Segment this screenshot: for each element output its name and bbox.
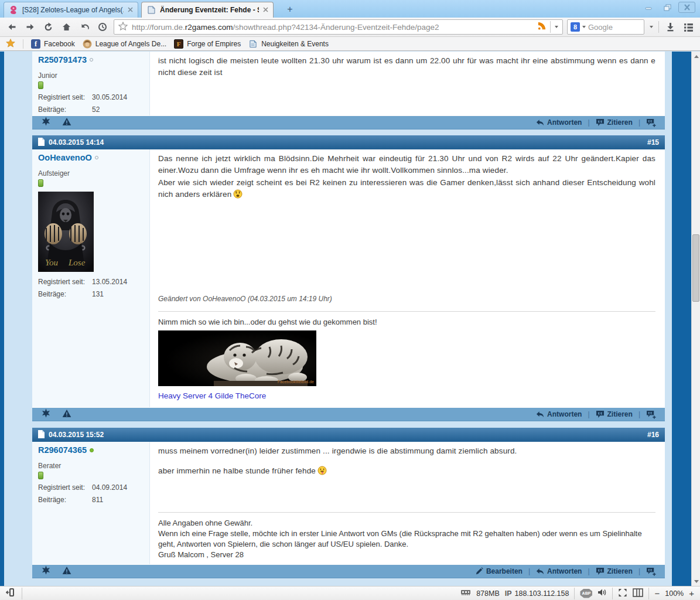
edit-button[interactable]: Bearbeiten <box>475 567 523 575</box>
svg-text:You: You <box>45 258 58 267</box>
bookmark-neuigkeiten-events[interactable]: Neuigkeiten & Events <box>248 39 329 49</box>
history-clock-icon[interactable] <box>95 20 110 34</box>
zoom-out-button[interactable]: − <box>654 588 660 598</box>
bookmarks-separator <box>23 39 23 49</box>
offline-indicator-icon <box>90 58 93 62</box>
fullscreen-icon[interactable] <box>618 588 627 599</box>
signature-text: Nimm mich so wie ich bin...oder du gehst… <box>158 318 655 326</box>
close-button[interactable] <box>678 2 695 13</box>
online-indicator-icon <box>90 448 94 452</box>
quote-button[interactable]: Zitieren <box>596 118 633 127</box>
undo-icon[interactable] <box>77 20 91 34</box>
minimize-button[interactable] <box>640 2 657 13</box>
tab-close-icon[interactable] <box>128 6 133 14</box>
page-viewport: R250791473 Junior Registriert seit:30.05… <box>0 52 700 586</box>
signature-link[interactable]: Heavy Server 4 Gilde TheCore <box>158 391 266 400</box>
tab-close-icon[interactable] <box>263 6 268 14</box>
statusbar-separator <box>574 588 575 599</box>
multi-quote-icon[interactable] <box>646 118 657 127</box>
urlbar-dropdown-icon[interactable] <box>555 26 558 28</box>
post-message: muss meinem vorredner(in) leider zustimm… <box>158 445 655 457</box>
panels-layout-icon[interactable] <box>633 588 643 599</box>
quote-button[interactable]: Zitieren <box>596 410 633 418</box>
bookmark-forge-of-empires[interactable]: F Forge of Empires <box>174 39 241 49</box>
status-bar: 878MB IP 188.103.112.158 ABP − 100% + <box>0 586 700 600</box>
thread-tools-star-icon[interactable] <box>42 117 50 128</box>
bookmarks-menu-icon[interactable] <box>681 20 695 34</box>
ip-label: IP <box>505 589 512 598</box>
multi-quote-icon[interactable] <box>646 567 657 576</box>
quote-button[interactable]: Zitieren <box>596 567 633 575</box>
new-tab-button[interactable]: + <box>282 4 298 16</box>
back-button[interactable] <box>5 20 19 34</box>
adblock-plus-icon[interactable]: ABP <box>580 589 592 598</box>
reputation-badge <box>38 179 43 187</box>
post-number-link[interactable]: #15 <box>647 138 659 146</box>
post-15: OoHeavenoO Aufsteiger <box>32 149 665 407</box>
post-action-bar: Antworten | Zitieren | <box>32 407 665 421</box>
home-icon[interactable] <box>59 20 73 34</box>
zoom-in-button[interactable]: + <box>689 588 694 598</box>
tab-thread[interactable]: Änderung Eventzeit: Fehde - Se... <box>141 2 274 18</box>
tongue-smiley-icon <box>317 466 327 479</box>
scrollbar-up-icon[interactable] <box>692 52 700 61</box>
signature-divider <box>158 512 655 513</box>
bookmarks-star-icon[interactable] <box>6 39 15 49</box>
google-search-engine-icon[interactable]: 8 <box>571 22 580 32</box>
forward-button[interactable] <box>23 20 37 34</box>
search-input[interactable] <box>588 23 635 32</box>
thread-tools-star-icon[interactable] <box>42 408 50 420</box>
edited-note: Geändert von OoHeavenoO (04.03.2015 um 1… <box>158 295 655 303</box>
report-post-icon[interactable] <box>62 409 71 420</box>
thread-tools-star-icon[interactable] <box>42 565 50 577</box>
username-link[interactable]: R296074365 <box>38 445 87 455</box>
post-action-bar: Antworten | Zitieren | <box>32 115 665 129</box>
scrollbar-down-icon[interactable] <box>692 577 700 586</box>
multi-quote-icon[interactable] <box>646 410 657 419</box>
reload-icon[interactable] <box>41 20 55 34</box>
spacer <box>32 421 665 428</box>
scrollbar-thumb[interactable] <box>692 234 699 302</box>
facebook-icon: f <box>31 39 40 49</box>
post-date: 04.03.2015 14:14 <box>49 138 104 146</box>
user-avatar[interactable]: You Lose <box>38 192 144 274</box>
url-path: /showthread.php?42134-Änderung-Eventzeit… <box>233 23 439 32</box>
rss-icon[interactable] <box>537 22 546 33</box>
downloads-icon[interactable] <box>663 20 677 34</box>
username-link[interactable]: OoHeavenoO <box>38 153 92 162</box>
report-post-icon[interactable] <box>62 566 71 577</box>
restore-button[interactable] <box>659 2 676 13</box>
bookmark-league-of-angels[interactable]: League of Angels De... <box>83 39 166 49</box>
registered-date: 30.05.2014 <box>92 93 127 101</box>
urlbar-separator <box>550 21 551 33</box>
bookmark-star-icon[interactable] <box>118 22 128 33</box>
reply-button[interactable]: Antworten <box>536 118 582 127</box>
post-body: ist nicht logisch die meisten leute woll… <box>150 52 665 115</box>
search-engine-dropdown-icon[interactable] <box>582 26 586 28</box>
reply-button[interactable]: Antworten <box>536 410 582 418</box>
post-count: 52 <box>92 105 100 114</box>
post-message: Das nenne ich jetzt wirklich ma Blödsinn… <box>158 153 655 202</box>
window-controls <box>640 2 695 13</box>
username-link[interactable]: R250791473 <box>38 55 87 64</box>
signature-image-tiger: Facebooktitelbild.de <box>158 330 316 386</box>
reputation-badge <box>38 472 43 479</box>
bookmark-facebook[interactable]: f Facebook <box>31 39 75 49</box>
frown-smiley-icon <box>233 189 243 202</box>
search-box[interactable]: 8 <box>567 19 644 35</box>
url-bar[interactable]: http://forum.de.r2games.com/showthread.p… <box>114 19 563 35</box>
post-number-link[interactable]: #16 <box>647 431 659 439</box>
image-watermark: Facebooktitelbild.de <box>278 380 314 384</box>
reputation-badge <box>38 81 43 89</box>
report-post-icon[interactable] <box>62 117 71 128</box>
reply-button[interactable]: Antworten <box>536 567 582 575</box>
zoom-level[interactable]: 100% <box>665 589 684 598</box>
speaker-icon[interactable] <box>597 588 607 598</box>
url-domain: r2games.com <box>185 23 233 32</box>
bookmarks-bar: f Facebook League of Angels De... F Forg… <box>0 37 700 51</box>
tab-league-of-angels[interactable]: [S28] Zelotes-League of Angels(... <box>4 2 138 18</box>
search-bar-expander-icon[interactable] <box>650 26 653 28</box>
league-of-angels-icon <box>83 39 92 49</box>
vertical-scrollbar[interactable] <box>691 52 700 586</box>
sidebar-toggle-icon[interactable] <box>6 588 16 598</box>
